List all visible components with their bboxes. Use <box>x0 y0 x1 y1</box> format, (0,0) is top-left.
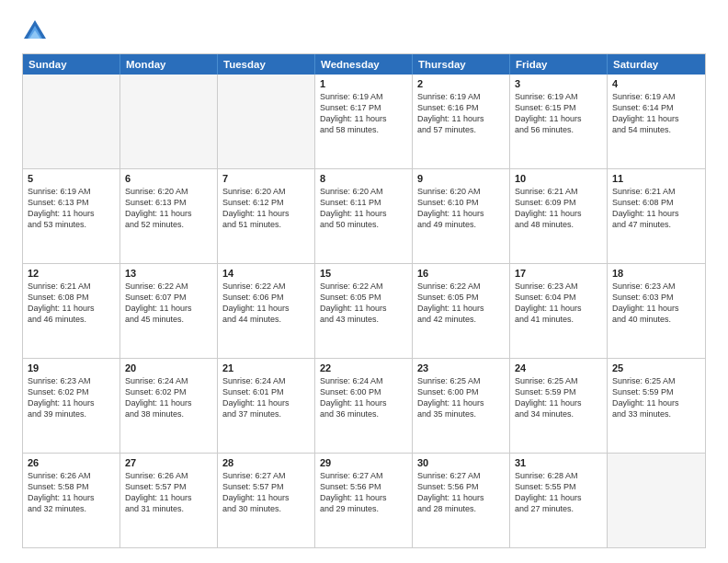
day-cell-23: 23Sunrise: 6:25 AMSunset: 6:00 PMDayligh… <box>413 359 510 453</box>
calendar-row-2: 12Sunrise: 6:21 AMSunset: 6:08 PMDayligh… <box>23 263 705 358</box>
cell-info: Sunrise: 6:19 AMSunset: 6:17 PMDaylight:… <box>320 91 407 136</box>
cell-info: Sunrise: 6:19 AMSunset: 6:13 PMDaylight:… <box>28 186 115 231</box>
day-cell-26: 26Sunrise: 6:26 AMSunset: 5:58 PMDayligh… <box>23 454 120 547</box>
empty-cell <box>218 75 315 168</box>
cell-info: Sunrise: 6:22 AMSunset: 6:05 PMDaylight:… <box>320 281 407 326</box>
day-cell-19: 19Sunrise: 6:23 AMSunset: 6:02 PMDayligh… <box>23 359 120 453</box>
day-cell-15: 15Sunrise: 6:22 AMSunset: 6:05 PMDayligh… <box>315 264 413 358</box>
cell-info: Sunrise: 6:20 AMSunset: 6:13 PMDaylight:… <box>125 186 212 231</box>
calendar-row-3: 19Sunrise: 6:23 AMSunset: 6:02 PMDayligh… <box>23 358 705 453</box>
weekday-header-tuesday: Tuesday <box>218 54 315 75</box>
cell-info: Sunrise: 6:28 AMSunset: 5:55 PMDaylight:… <box>515 470 602 515</box>
day-cell-25: 25Sunrise: 6:25 AMSunset: 5:59 PMDayligh… <box>608 359 705 453</box>
cell-info: Sunrise: 6:23 AMSunset: 6:02 PMDaylight:… <box>28 375 115 420</box>
cell-info: Sunrise: 6:22 AMSunset: 6:06 PMDaylight:… <box>222 281 310 326</box>
cell-info: Sunrise: 6:25 AMSunset: 5:59 PMDaylight:… <box>515 375 602 420</box>
empty-cell <box>608 454 705 547</box>
day-cell-20: 20Sunrise: 6:24 AMSunset: 6:02 PMDayligh… <box>120 359 218 453</box>
day-number: 12 <box>28 268 115 279</box>
day-number: 22 <box>320 362 407 373</box>
day-cell-28: 28Sunrise: 6:27 AMSunset: 5:57 PMDayligh… <box>218 454 315 547</box>
empty-cell <box>120 75 218 168</box>
day-cell-30: 30Sunrise: 6:27 AMSunset: 5:56 PMDayligh… <box>413 454 510 547</box>
day-cell-17: 17Sunrise: 6:23 AMSunset: 6:04 PMDayligh… <box>510 264 608 358</box>
day-number: 2 <box>417 78 505 89</box>
cell-info: Sunrise: 6:22 AMSunset: 6:07 PMDaylight:… <box>125 281 212 326</box>
day-cell-1: 1Sunrise: 6:19 AMSunset: 6:17 PMDaylight… <box>315 75 413 168</box>
empty-cell <box>23 75 120 168</box>
cell-info: Sunrise: 6:20 AMSunset: 6:12 PMDaylight:… <box>222 186 310 231</box>
page: SundayMondayTuesdayWednesdayThursdayFrid… <box>0 0 728 563</box>
cell-info: Sunrise: 6:21 AMSunset: 6:08 PMDaylight:… <box>612 186 700 231</box>
day-cell-22: 22Sunrise: 6:24 AMSunset: 6:00 PMDayligh… <box>315 359 413 453</box>
logo <box>22 18 51 44</box>
header <box>22 18 706 44</box>
weekday-header-sunday: Sunday <box>23 54 120 75</box>
cell-info: Sunrise: 6:23 AMSunset: 6:03 PMDaylight:… <box>612 281 700 326</box>
day-cell-5: 5Sunrise: 6:19 AMSunset: 6:13 PMDaylight… <box>23 169 120 263</box>
day-cell-13: 13Sunrise: 6:22 AMSunset: 6:07 PMDayligh… <box>120 264 218 358</box>
cell-info: Sunrise: 6:19 AMSunset: 6:14 PMDaylight:… <box>612 91 700 136</box>
weekday-header-saturday: Saturday <box>608 54 705 75</box>
day-number: 18 <box>612 268 700 279</box>
calendar-header: SundayMondayTuesdayWednesdayThursdayFrid… <box>23 54 705 75</box>
day-number: 11 <box>612 173 700 184</box>
cell-info: Sunrise: 6:24 AMSunset: 6:01 PMDaylight:… <box>222 375 310 420</box>
day-cell-31: 31Sunrise: 6:28 AMSunset: 5:55 PMDayligh… <box>510 454 608 547</box>
day-number: 8 <box>320 173 407 184</box>
day-cell-21: 21Sunrise: 6:24 AMSunset: 6:01 PMDayligh… <box>218 359 315 453</box>
day-cell-8: 8Sunrise: 6:20 AMSunset: 6:11 PMDaylight… <box>315 169 413 263</box>
day-number: 13 <box>125 268 212 279</box>
logo-icon <box>22 18 48 44</box>
day-cell-24: 24Sunrise: 6:25 AMSunset: 5:59 PMDayligh… <box>510 359 608 453</box>
calendar-row-4: 26Sunrise: 6:26 AMSunset: 5:58 PMDayligh… <box>23 453 705 547</box>
day-number: 29 <box>320 457 407 468</box>
day-number: 27 <box>125 457 212 468</box>
cell-info: Sunrise: 6:19 AMSunset: 6:16 PMDaylight:… <box>417 91 505 136</box>
day-number: 23 <box>417 362 505 373</box>
day-cell-6: 6Sunrise: 6:20 AMSunset: 6:13 PMDaylight… <box>120 169 218 263</box>
cell-info: Sunrise: 6:27 AMSunset: 5:56 PMDaylight:… <box>320 470 407 515</box>
day-number: 5 <box>28 173 115 184</box>
day-number: 28 <box>222 457 310 468</box>
day-number: 14 <box>222 268 310 279</box>
day-number: 16 <box>417 268 505 279</box>
day-number: 24 <box>515 362 602 373</box>
day-cell-12: 12Sunrise: 6:21 AMSunset: 6:08 PMDayligh… <box>23 264 120 358</box>
day-cell-3: 3Sunrise: 6:19 AMSunset: 6:15 PMDaylight… <box>510 75 608 168</box>
day-cell-14: 14Sunrise: 6:22 AMSunset: 6:06 PMDayligh… <box>218 264 315 358</box>
cell-info: Sunrise: 6:26 AMSunset: 5:57 PMDaylight:… <box>125 470 212 515</box>
cell-info: Sunrise: 6:27 AMSunset: 5:57 PMDaylight:… <box>222 470 310 515</box>
cell-info: Sunrise: 6:25 AMSunset: 5:59 PMDaylight:… <box>612 375 700 420</box>
calendar-body: 1Sunrise: 6:19 AMSunset: 6:17 PMDaylight… <box>23 75 705 547</box>
day-number: 7 <box>222 173 310 184</box>
weekday-header-thursday: Thursday <box>413 54 510 75</box>
day-cell-18: 18Sunrise: 6:23 AMSunset: 6:03 PMDayligh… <box>608 264 705 358</box>
cell-info: Sunrise: 6:21 AMSunset: 6:09 PMDaylight:… <box>515 186 602 231</box>
day-number: 4 <box>612 78 700 89</box>
day-number: 10 <box>515 173 602 184</box>
cell-info: Sunrise: 6:24 AMSunset: 6:00 PMDaylight:… <box>320 375 407 420</box>
day-cell-10: 10Sunrise: 6:21 AMSunset: 6:09 PMDayligh… <box>510 169 608 263</box>
cell-info: Sunrise: 6:22 AMSunset: 6:05 PMDaylight:… <box>417 281 505 326</box>
day-number: 25 <box>612 362 700 373</box>
day-cell-7: 7Sunrise: 6:20 AMSunset: 6:12 PMDaylight… <box>218 169 315 263</box>
cell-info: Sunrise: 6:25 AMSunset: 6:00 PMDaylight:… <box>417 375 505 420</box>
day-number: 21 <box>222 362 310 373</box>
cell-info: Sunrise: 6:27 AMSunset: 5:56 PMDaylight:… <box>417 470 505 515</box>
day-number: 20 <box>125 362 212 373</box>
day-cell-29: 29Sunrise: 6:27 AMSunset: 5:56 PMDayligh… <box>315 454 413 547</box>
day-cell-2: 2Sunrise: 6:19 AMSunset: 6:16 PMDaylight… <box>413 75 510 168</box>
day-cell-27: 27Sunrise: 6:26 AMSunset: 5:57 PMDayligh… <box>120 454 218 547</box>
day-number: 19 <box>28 362 115 373</box>
day-number: 9 <box>417 173 505 184</box>
day-number: 1 <box>320 78 407 89</box>
weekday-header-wednesday: Wednesday <box>315 54 413 75</box>
cell-info: Sunrise: 6:21 AMSunset: 6:08 PMDaylight:… <box>28 281 115 326</box>
cell-info: Sunrise: 6:20 AMSunset: 6:11 PMDaylight:… <box>320 186 407 231</box>
day-number: 26 <box>28 457 115 468</box>
day-cell-11: 11Sunrise: 6:21 AMSunset: 6:08 PMDayligh… <box>608 169 705 263</box>
cell-info: Sunrise: 6:19 AMSunset: 6:15 PMDaylight:… <box>515 91 602 136</box>
day-number: 15 <box>320 268 407 279</box>
cell-info: Sunrise: 6:24 AMSunset: 6:02 PMDaylight:… <box>125 375 212 420</box>
